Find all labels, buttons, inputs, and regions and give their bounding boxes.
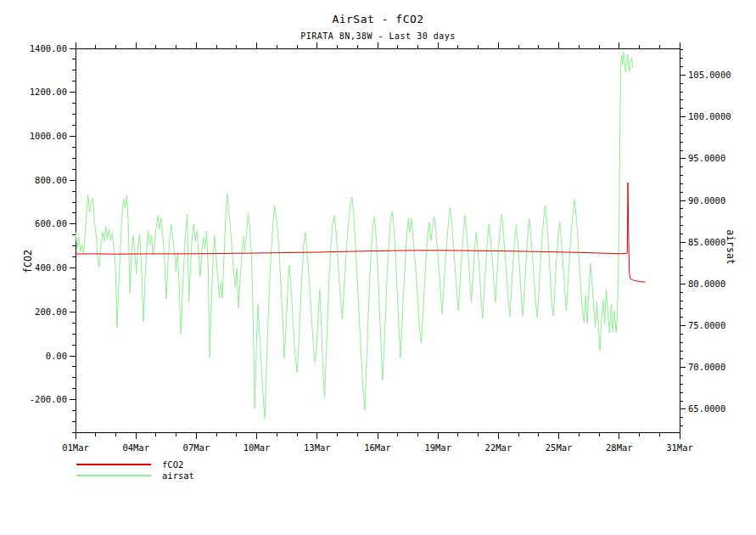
plot-border	[76, 48, 680, 433]
legend-label-fco2: fCO2	[162, 460, 183, 469]
y-left-tick-label: 200.00	[35, 307, 67, 317]
chart-figure: AirSat - fCO2 PIRATA 8N,38W - Last 30 da…	[0, 0, 756, 535]
y-right-tick-label: 85.0000	[688, 237, 725, 247]
y-right-tick-label: 70.0000	[688, 362, 725, 372]
y-left-tick-label: 800.00	[35, 175, 67, 185]
y-right-tick-label: 75.0000	[688, 320, 725, 330]
x-tick-label: 28Mar	[606, 442, 633, 453]
legend-item-fco2: fCO2	[76, 460, 183, 469]
y-right-tick-label: 80.0000	[688, 279, 725, 289]
y-left-tick-label: 400.00	[35, 262, 67, 273]
y-right-tick-label: 105.0000	[688, 70, 731, 80]
legend-line-fco2	[76, 464, 151, 465]
y-right-tick-label: 65.0000	[688, 403, 725, 414]
y-right-tick-label: 95.0000	[688, 153, 725, 163]
x-tick-label: 19Mar	[424, 442, 451, 453]
x-tick-label: 13Mar	[304, 442, 331, 453]
y-axis-label-right: airsat	[725, 229, 736, 265]
x-tick-label: 07Mar	[183, 442, 210, 453]
legend-item-airsat: airsat	[76, 471, 194, 480]
x-tick-label: 31Mar	[666, 442, 693, 453]
series-fCO2	[76, 183, 646, 282]
x-tick-label: 25Mar	[546, 442, 573, 453]
y-right-tick-label: 100.0000	[688, 111, 731, 121]
y-right-tick-label: 90.0000	[688, 195, 725, 206]
y-left-tick-label: -200.00	[30, 394, 67, 404]
x-tick-label: 16Mar	[364, 442, 391, 453]
y-left-tick-label: 1000.00	[30, 131, 67, 141]
series-airsat	[76, 52, 633, 419]
y-left-tick-label: 1200.00	[30, 87, 67, 97]
y-left-tick-label: 600.00	[35, 218, 67, 228]
x-tick-label: 10Mar	[244, 442, 271, 453]
x-tick-label: 01Mar	[62, 442, 89, 453]
y-left-tick-label: 1400.00	[30, 43, 67, 54]
legend-line-airsat	[76, 475, 151, 476]
y-left-tick-label: 0.00	[46, 351, 67, 361]
chart-canvas: 01Mar04Mar07Mar10Mar13Mar16Mar19Mar22Mar…	[0, 0, 756, 535]
y-axis-label-left: fCO2	[22, 250, 34, 273]
x-tick-label: 22Mar	[485, 442, 512, 453]
x-tick-label: 04Mar	[122, 442, 149, 453]
legend-label-airsat: airsat	[162, 471, 194, 480]
